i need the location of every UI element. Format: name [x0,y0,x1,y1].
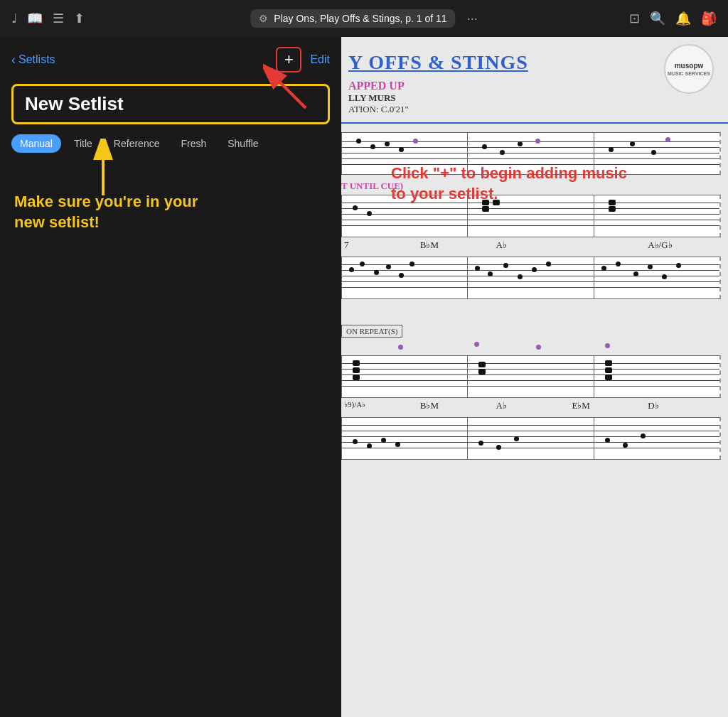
tabs-row: Manual Title Reference Fresh Shuffle [0,134,341,153]
staff-section-1: T UNTIL CUE) [341,132,721,299]
red-annotation-text: Click "+" to begin adding music to your … [391,163,640,204]
measure-3-2 [468,257,594,299]
bell-icon[interactable]: 🔔 [675,11,691,26]
sidebar: ‹ Setlists + Edit New Setlist Manual Tit… [0,37,341,717]
crop-icon[interactable]: ⊡ [629,11,640,26]
measures-row-5 [341,417,721,460]
chord-cell-r2-4: E♭M [569,400,645,411]
book-icon[interactable]: 📖 [27,11,43,26]
toolbar-center: ⚙ Play Ons, Play Offs & Stings, p. 1 of … [250,9,477,28]
chord-cell-5: A♭/G♭ [645,239,721,251]
chord-row-1: 7 B♭M A♭ A♭/G♭ [341,239,721,251]
music-note-icon[interactable]: ♩ [11,11,17,26]
logo-line1: musopw [675,61,704,70]
on-repeat-label: ON REPEAT(S) [341,325,402,338]
measure-4-3 [594,355,721,398]
measures-row-3 [341,257,721,299]
yellow-arrow-svg [85,139,121,203]
tab-fresh[interactable]: Fresh [172,134,215,153]
toolbar-more-icon[interactable]: ··· [467,11,478,26]
sheet-composer: LLY MURS [348,92,707,104]
measures-row-4 [341,355,721,398]
toolbar-left: ♩ 📖 ☰ ⬆ [11,11,85,26]
logo: musopw MUSIC SERVICES [664,44,714,94]
chord-cell-r2-2: B♭M [417,400,493,411]
sheet-title: Y OFFS & STINGS [348,51,707,74]
sheet-subtitle: APPED UP [348,80,707,92]
measure-5-1 [341,417,468,460]
logo-line2: MUSIC SERVICES [668,70,710,77]
sheet-music-inner: Y OFFS & STINGS APPED UP LLY MURS ATION:… [334,37,728,717]
measure-4-2 [468,355,594,398]
on-repeat-section: ON REPEAT(S) [341,320,721,460]
chord-row-2: ♭9)/A♭ B♭M A♭ E♭M D♭ [341,400,721,411]
measure-5-2 [468,417,594,460]
purple-dots-row [341,342,721,353]
toolbar-title-pill[interactable]: ⚙ Play Ons, Play Offs & Stings, p. 1 of … [250,9,455,28]
chord-cell-4 [569,239,645,251]
tab-manual[interactable]: Manual [11,134,61,153]
chord-cell-3: A♭ [493,239,569,251]
sidebar-back-button[interactable]: ‹ Setlists [11,53,55,68]
svg-line-3 [270,72,306,108]
tab-shuffle[interactable]: Shuffle [219,134,267,153]
toolbar-right: ⊡ 🔍 🔔 🎒 [629,11,717,26]
measure-3-3 [594,257,721,299]
gear-icon: ⚙ [259,13,268,24]
chord-cell-2: B♭M [417,239,493,251]
chord-cell-r2-5: D♭ [645,400,721,411]
toolbar-title: Play Ons, Play Offs & Stings, p. 1 of 11 [274,13,446,24]
sidebar-back-label: Setlists [18,53,55,66]
search-icon[interactable]: 🔍 [650,11,665,26]
toolbar: ♩ 📖 ☰ ⬆ ⚙ Play Ons, Play Offs & Stings, … [0,0,728,37]
chord-cell-r2-3: A♭ [493,400,569,411]
measure-4-1 [341,355,468,398]
red-arrow-svg [263,58,320,115]
measure-3-1 [341,257,468,299]
upload-icon[interactable]: ⬆ [74,11,85,26]
measure-5-3 [594,417,721,460]
chord-cell-r2-1: ♭9)/A♭ [341,400,417,411]
menu-icon[interactable]: ☰ [53,11,64,26]
chord-cell-1: 7 [341,239,417,251]
bag-icon[interactable]: 🎒 [701,11,717,26]
sheet-duration: ATION: C.0'21" [348,104,707,115]
back-arrow-icon: ‹ [11,53,16,68]
